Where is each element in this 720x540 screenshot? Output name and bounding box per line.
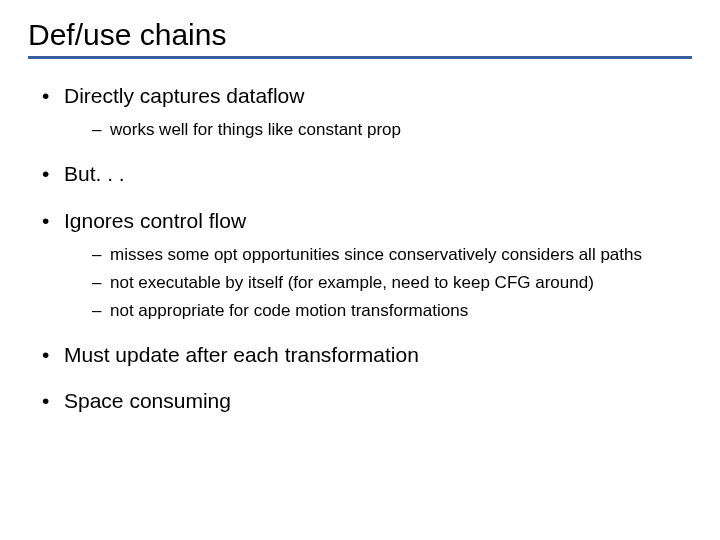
list-item-text: Ignores control flow — [64, 209, 246, 232]
list-item: But. . . — [42, 161, 692, 187]
bullet-list: Directly captures dataflow works well fo… — [28, 83, 692, 415]
list-item: Ignores control flow misses some opt opp… — [42, 208, 692, 323]
list-item: Must update after each transformation — [42, 342, 692, 368]
list-item-text: Must update after each transformation — [64, 343, 419, 366]
sub-list-item: not appropriate for code motion transfor… — [92, 300, 692, 322]
list-item: Directly captures dataflow works well fo… — [42, 83, 692, 141]
list-item-text: Directly captures dataflow — [64, 84, 304, 107]
sub-list: misses some opt opportunities since cons… — [64, 244, 692, 322]
sub-list: works well for things like constant prop — [64, 119, 692, 141]
slide: Def/use chains Directly captures dataflo… — [0, 0, 720, 540]
title-rule — [28, 56, 692, 59]
slide-title: Def/use chains — [28, 18, 692, 52]
sub-list-item: not executable by itself (for example, n… — [92, 272, 692, 294]
list-item: Space consuming — [42, 388, 692, 414]
list-item-text: But. . . — [64, 162, 125, 185]
sub-list-item: works well for things like constant prop — [92, 119, 692, 141]
list-item-text: Space consuming — [64, 389, 231, 412]
sub-list-item: misses some opt opportunities since cons… — [92, 244, 692, 266]
